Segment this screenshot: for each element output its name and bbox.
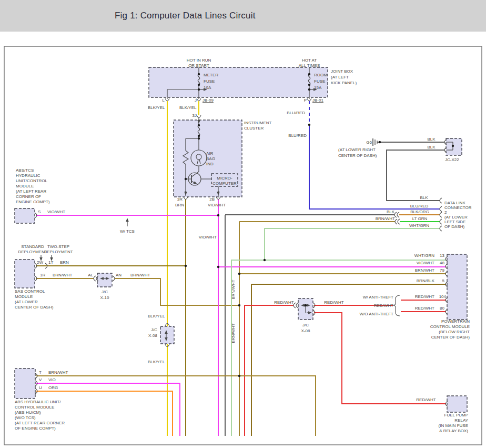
connector-arc-icon <box>397 212 399 217</box>
wiring-diagram-page: Fig 1: Computer Data Lines Circuit HOT I… <box>0 0 486 448</box>
diagram-label: W/ ANTI-THEFT <box>363 295 393 300</box>
diagram-label: CONTROL MODULE <box>430 324 470 329</box>
junction-dot <box>305 304 307 306</box>
diagram-label: (W/O TCS) <box>15 415 36 420</box>
diagram-label: SAS CONTROL <box>15 289 45 294</box>
diagram-label: VIO/WHT <box>417 261 434 265</box>
diagram-label: G6 <box>366 140 372 145</box>
diagram-label: POWERTRAIN <box>441 319 470 324</box>
junction-dot <box>198 137 200 140</box>
diagram-label: 79 <box>440 268 444 273</box>
diagram-label: AIR <box>206 151 214 156</box>
brace-icon <box>393 295 400 316</box>
diagram-label: ABS HYDRAULIC UNIT/ <box>15 400 61 404</box>
abs-hydraulic-module <box>15 369 35 399</box>
wire-wht_grn <box>231 260 446 436</box>
diagram-label: BLK <box>387 210 395 214</box>
diagram-label: BRN/WHT <box>231 280 236 299</box>
diagram-label: BRN/WHT <box>415 268 434 273</box>
junction-connector-x10 <box>97 273 112 287</box>
diagram-label: 13 <box>440 253 444 258</box>
wire-wht_grn <box>265 228 440 260</box>
connector-arc-icon <box>197 115 201 118</box>
diagram-label: OF DASH) <box>444 224 465 229</box>
diagram-label: W/O ANTI-THEFT <box>360 312 394 316</box>
diagram-label: 3J <box>193 113 197 118</box>
diagram-label: OF ENGINE COMPT) <box>15 426 56 431</box>
junction-dot <box>185 265 187 267</box>
diagram-label: STANDARD <box>21 244 44 249</box>
diagram-label: BLK/YEL <box>148 360 165 364</box>
diagram-label: BLK <box>427 145 436 150</box>
diagram-label: 5 <box>442 278 445 283</box>
diagram-label: RED/WHT <box>415 306 434 311</box>
diagram-label: KICK PANEL) <box>331 81 357 85</box>
wire-red_wht <box>314 313 446 404</box>
wire-blk <box>387 150 444 201</box>
diagram-label: WHT/GRN <box>414 253 434 258</box>
diagram-label: VIO <box>48 377 56 382</box>
diagram-label: BLK/ORG <box>410 210 429 214</box>
diagram-label: CONNECTOR <box>444 205 472 210</box>
diagram-label: (IN MAIN FUSE <box>439 423 468 428</box>
junction-dot <box>198 124 200 126</box>
diagram-label: JOINT BOX <box>331 69 353 74</box>
diagram-label: 10A <box>204 85 211 90</box>
wire-org <box>36 391 173 436</box>
diagram-label: 1R <box>40 273 45 277</box>
connector-arc-icon <box>395 219 397 224</box>
diagram-label: BRN/BLK <box>417 278 435 283</box>
diagram-label: W/ TCS <box>120 229 135 234</box>
diagram-frame <box>4 46 482 445</box>
diagram-label: INSTRUMENT <box>244 121 272 125</box>
junction-connector-x22 <box>446 138 462 155</box>
arrow-head-icon <box>126 218 129 222</box>
diagram-label: METER <box>204 73 218 77</box>
junction-dot <box>198 88 200 91</box>
diagram-label: BRN/WHT <box>376 216 395 221</box>
diagram-label: JC-X22 <box>445 157 459 162</box>
diagram-label: JB-09 <box>202 98 214 103</box>
diagram-label: 104 <box>439 294 447 299</box>
diagram-label: BLK/YEL <box>179 105 197 110</box>
diagram-label: BRN/WHT <box>130 273 150 277</box>
diagram-label: BRN/WHT <box>231 323 236 343</box>
diagram-label: CLUSTER <box>244 126 264 131</box>
diagram-label: MODULE <box>15 294 33 299</box>
diagram-label: VIO/WHT <box>47 210 65 214</box>
diagram-label: HOT AT <box>302 58 317 63</box>
diagram-label: (AT LOWER RIGHT <box>338 147 376 152</box>
diagram-label: HYDRAULIC <box>16 173 40 178</box>
connector-arc-icon <box>440 206 442 212</box>
diagram-label: (AT LEFT <box>331 75 349 79</box>
diagram-label: (AT LEFT REAR CORNER <box>15 421 65 425</box>
diagram-label: MODULE <box>16 184 34 188</box>
diagram-label: 3R <box>177 197 183 202</box>
junction-dot <box>308 124 310 126</box>
diagram-label: (ABS HU/CM) <box>15 410 41 415</box>
junction-dot <box>379 141 381 143</box>
junction-dot <box>308 84 310 86</box>
diagram-label: LEFT SIDE <box>444 220 465 224</box>
diagram-label: DATA LINK <box>444 201 465 205</box>
diagram-label: ORG <box>48 385 58 390</box>
diagram-label: 2B <box>209 197 215 202</box>
fuel-pump-relay <box>447 396 467 412</box>
diagram-label: RED/WHT <box>416 397 436 402</box>
diagram-label: BRN <box>60 260 69 265</box>
diagram-label: X-08 <box>301 328 310 333</box>
diagram-label: VIO/WHT <box>199 235 217 240</box>
diagram-label: BLK <box>427 137 436 142</box>
connector-arc-icon <box>398 219 400 224</box>
junction-dot <box>185 178 187 180</box>
junction-connector-x08-left <box>160 326 174 344</box>
diagram-label: X-10 <box>100 295 109 300</box>
connector-arc-icon <box>113 276 115 281</box>
diagram-label: ABS/TCS <box>16 168 34 173</box>
diagram-label: X-08 <box>148 333 157 338</box>
diagram-label: BLK <box>420 195 428 200</box>
junction-dot <box>264 259 266 261</box>
diagram-label: 1T <box>48 260 53 265</box>
connector-arc-icon <box>94 276 96 281</box>
diagram-label: UNIT/CONTROL <box>16 178 48 183</box>
